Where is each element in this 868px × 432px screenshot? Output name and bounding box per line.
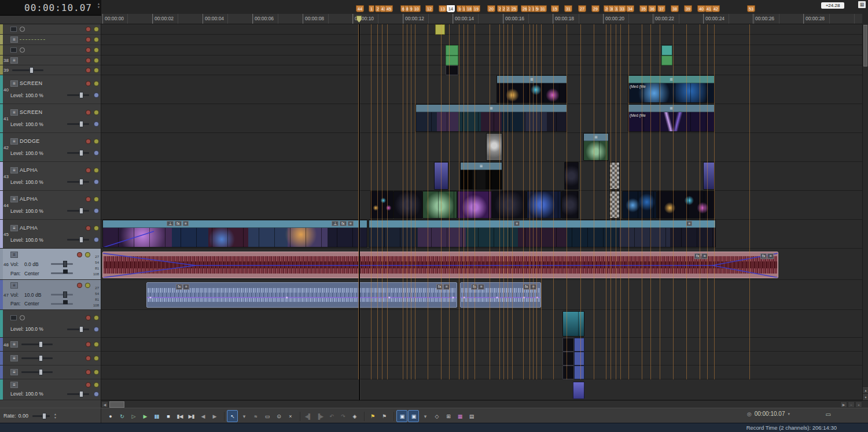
goto-end-button[interactable]: ▶▮ — [186, 410, 197, 422]
level-value[interactable]: 100.0 % — [25, 237, 43, 243]
zoom-out-button[interactable]: − — [848, 401, 855, 408]
solo-button[interactable] — [94, 37, 99, 42]
volume-slider-handle[interactable] — [63, 291, 67, 298]
event-menu-icon[interactable]: ≡ — [767, 253, 773, 259]
compositing-mode-button[interactable] — [94, 150, 99, 156]
pan-slider[interactable] — [51, 303, 73, 305]
track-fade-slider-handle[interactable] — [39, 369, 43, 375]
event-fx-badge[interactable]: fx≡ — [436, 284, 450, 290]
marker-tag-38[interactable]: 38 — [671, 5, 679, 12]
trim-end-button[interactable]: ▐▶ — [314, 410, 325, 422]
volume-value[interactable]: 10.0 dB — [24, 292, 47, 298]
level-value[interactable]: 100.0 % — [25, 326, 43, 332]
track-fade-slider[interactable] — [21, 357, 53, 359]
clip-menu-icon[interactable]: ≡ — [686, 221, 692, 226]
audio-clip[interactable]: fx≡fx≡ — [460, 282, 541, 308]
event-fx-badge[interactable]: fx≡ — [760, 253, 774, 259]
solo-button[interactable] — [94, 315, 99, 320]
track-menu-icon[interactable]: ≡ — [10, 252, 18, 258]
play-button[interactable]: ▶ — [139, 410, 150, 422]
level-slider[interactable] — [67, 94, 89, 96]
mute-button[interactable] — [86, 356, 91, 361]
mute-button[interactable] — [86, 197, 91, 202]
timeline-area[interactable]: ≡≡(Med (Me≡≡(Med (Me≡≡⊥fx≡⊥fx≡≡≡fx≡fx≡fx… — [101, 24, 862, 400]
solo-button[interactable] — [94, 342, 99, 347]
split-events-button[interactable]: × — [285, 410, 296, 422]
track-thumbnail-icon[interactable] — [10, 47, 17, 53]
ripple-mode-dropdown[interactable]: ▾ — [420, 410, 431, 422]
mute-button[interactable] — [86, 47, 91, 53]
clip[interactable] — [562, 352, 574, 365]
level-slider[interactable] — [67, 393, 89, 395]
solo-button[interactable] — [94, 81, 99, 86]
stop-button[interactable]: ■ — [163, 410, 174, 422]
pan-value[interactable]: Center — [24, 301, 47, 307]
track-name[interactable]: DODGE — [20, 138, 40, 144]
clip[interactable] — [446, 56, 458, 65]
video-clip[interactable] — [492, 191, 527, 219]
track-menu-icon[interactable]: ≡ — [10, 167, 18, 173]
clip-menu-icon[interactable]: ≡ — [348, 221, 354, 226]
marker-tag-40[interactable]: 40 — [697, 5, 705, 12]
track-menu-icon[interactable]: ≡ — [10, 196, 18, 202]
track-fade-slider[interactable] — [21, 371, 53, 373]
zoom-in-button[interactable]: + — [855, 401, 862, 408]
event-fx-icon[interactable]: fx — [523, 284, 529, 290]
event-fx-badge[interactable]: fx≡ — [176, 284, 189, 290]
video-clip[interactable] — [622, 191, 657, 219]
timecode-format-dropdown-icon[interactable]: ▾ — [788, 412, 790, 416]
marker-tag-31[interactable]: 31 — [539, 5, 547, 12]
solo-button[interactable] — [94, 197, 99, 202]
clip[interactable] — [661, 56, 672, 65]
solo-button[interactable] — [94, 27, 99, 32]
mute-button[interactable] — [86, 382, 91, 387]
vscroll-up-button[interactable]: ▲ — [863, 386, 868, 393]
video-clip[interactable] — [393, 191, 422, 219]
level-value[interactable]: 100.0 % — [25, 179, 43, 185]
solo-button[interactable] — [94, 168, 99, 173]
vscroll-down-button[interactable]: ▼ — [863, 393, 868, 400]
solo-button[interactable] — [85, 252, 90, 257]
volume-value[interactable]: 0.0 dB — [24, 261, 47, 267]
mute-button[interactable] — [86, 110, 91, 115]
hscroll-left-button[interactable]: ◀ — [101, 401, 108, 408]
envelope-edit-tool[interactable]: ≈ — [250, 410, 261, 422]
marker-tag-29[interactable]: 29 — [591, 5, 599, 12]
mute-button[interactable] — [86, 315, 91, 320]
level-value[interactable]: 100.0 % — [25, 121, 43, 127]
solo-button[interactable] — [94, 110, 99, 115]
marker-tag-1[interactable]: 1 — [369, 5, 374, 12]
undo-button[interactable]: ↶ — [326, 410, 337, 422]
level-value[interactable]: 100.0 % — [25, 150, 43, 156]
track-menu-icon[interactable]: ≡ — [10, 138, 18, 145]
clip[interactable] — [574, 352, 584, 365]
track-menu-icon[interactable]: ≡ — [10, 341, 18, 348]
mute-button[interactable] — [77, 252, 82, 257]
clip-menu-icon[interactable]: ≡ — [514, 221, 520, 226]
level-slider[interactable] — [67, 210, 89, 212]
solo-button[interactable] — [85, 283, 90, 288]
rate-slider-handle[interactable] — [42, 413, 46, 419]
marker-tag-33[interactable]: 33 — [618, 5, 626, 12]
track-fade-slider-handle[interactable] — [39, 355, 43, 361]
clip[interactable] — [435, 24, 445, 35]
monitor-toggle-icon[interactable]: ▭ — [826, 411, 831, 418]
level-slider-handle[interactable] — [79, 92, 83, 98]
rate-spinner[interactable]: ▲▼ — [54, 412, 57, 419]
marker-tag-36[interactable]: 36 — [648, 5, 656, 12]
marker-tag-37[interactable]: 37 — [657, 5, 665, 12]
time-ruler[interactable]: 00:00:0000:00:0200:00:0400:00:0600:00:08… — [101, 14, 862, 24]
video-clip[interactable] — [527, 191, 561, 219]
track-fade-slider-handle[interactable] — [39, 341, 43, 348]
event-fx-badge[interactable]: fx≡ — [471, 284, 484, 290]
track-menu-icon[interactable]: ≡ — [10, 57, 18, 64]
solo-button[interactable] — [94, 139, 99, 144]
track-fade-slider-handle[interactable] — [30, 67, 34, 73]
event-fx-icon[interactable]: fx — [436, 284, 443, 290]
color-tool-button[interactable]: ▦ — [454, 410, 465, 422]
compositing-mode-button[interactable] — [94, 93, 99, 98]
marker-tag-10[interactable]: 10 — [413, 5, 421, 12]
edit-tool-dropdown[interactable]: ▾ — [238, 410, 249, 422]
track-name[interactable]: ALPHA — [20, 225, 38, 231]
solo-button[interactable] — [94, 370, 99, 375]
